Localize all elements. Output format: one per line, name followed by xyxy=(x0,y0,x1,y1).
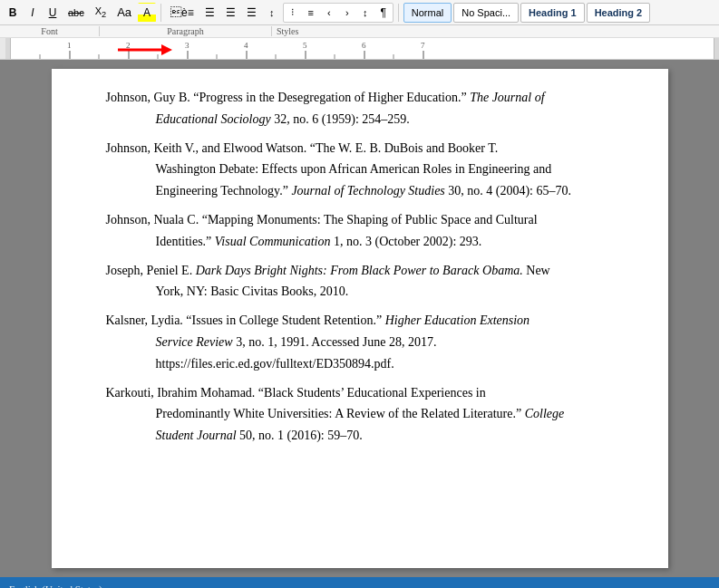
indent-increase-button[interactable]: › xyxy=(338,3,356,23)
svg-text:7: 7 xyxy=(421,41,425,50)
ref-6-cont-1: Predominantly White Universities: A Revi… xyxy=(106,403,614,425)
numbered-button[interactable]: ≡ xyxy=(302,3,320,23)
ref-2-journal: Journal of Technology Studies xyxy=(291,184,444,198)
reference-entry-6: Karkouti, Ibrahim Mohamad. “Black Studen… xyxy=(106,382,614,447)
heading1-style-button[interactable]: Heading 1 xyxy=(520,3,585,23)
ref-1-first-line: Johnson, Guy B. “Progress in the Desegre… xyxy=(106,91,545,104)
ref-6-cont-2: Student Journal 50, no. 1 (2016): 59–70. xyxy=(106,425,614,447)
red-arrow-indicator xyxy=(118,42,172,62)
justify-button[interactable]: ☰ xyxy=(242,3,261,23)
bold-button[interactable]: B xyxy=(4,3,22,23)
document-page: Johnson, Guy B. “Progress in the Desegre… xyxy=(52,69,668,568)
ref-5-cont-2: https://files.eric.ed.gov/fulltext/ED350… xyxy=(106,353,614,375)
ref-6-journal: College xyxy=(525,407,565,420)
ref-1-continuation: Educational Sociology 32, no. 6 (1959): … xyxy=(106,109,614,130)
status-bar: English (United States) xyxy=(0,577,719,588)
toolbar: B I U abc X2 Aa A è≡ ☰ ☰ ☰ ↕ ⁝ ≡ ‹ › ↕ … xyxy=(0,0,719,25)
ref-5-first-line: Kalsner, Lydia. “Issues in College Stude… xyxy=(106,313,530,327)
svg-text:3: 3 xyxy=(185,41,189,50)
align-left-button[interactable]: è≡ xyxy=(166,3,199,23)
separator-1 xyxy=(160,4,161,22)
subscript-button[interactable]: X2 xyxy=(91,3,111,23)
indent-decrease-button[interactable]: ‹ xyxy=(320,3,338,23)
font-size-button[interactable]: Aa xyxy=(112,3,136,23)
styles-section-label: Styles xyxy=(272,26,719,36)
sort-button[interactable]: ↕ xyxy=(356,3,374,23)
ruler: 1 2 3 4 5 6 7 xyxy=(11,38,714,59)
font-section-label: Font xyxy=(0,26,100,36)
ref-3-cont-1: Identities.” Visual Communication 1, no.… xyxy=(106,231,614,253)
ruler-container: 1 2 3 4 5 6 7 xyxy=(0,38,719,60)
reference-entry-3: Johnson, Nuala C. “Mapping Monuments: Th… xyxy=(106,209,614,253)
strikethrough-button[interactable]: abc xyxy=(63,3,89,23)
ref-4-title: Dark Days Bright Nights: From Black Powe… xyxy=(196,264,523,277)
heading2-style-button[interactable]: Heading 2 xyxy=(587,3,651,23)
ruler-right-margin xyxy=(714,38,719,59)
italic-button[interactable]: I xyxy=(24,3,42,23)
ref-4-cont-1: York, NY: Basic Civitas Books, 2010. xyxy=(106,281,614,303)
highlight-button[interactable]: A xyxy=(138,3,156,23)
show-para-button[interactable]: ¶ xyxy=(374,3,393,23)
paragraph-section-label: Paragraph xyxy=(100,26,272,36)
reference-entry-1: Johnson, Guy B. “Progress in the Desegre… xyxy=(106,87,614,130)
language-status: English (United States) xyxy=(9,583,102,588)
ref-2-first-line: Johnson, Keith V., and Elwood Watson. “T… xyxy=(106,141,499,155)
bullet-button[interactable]: ⁝ xyxy=(284,3,302,23)
ref-3-journal: Visual Communication xyxy=(215,235,331,248)
svg-text:5: 5 xyxy=(303,41,307,50)
reference-entry-4: Joseph, Peniel E. Dark Days Bright Night… xyxy=(106,260,614,304)
ref-4-first-line: Joseph, Peniel E. Dark Days Bright Night… xyxy=(106,264,550,277)
align-center-button[interactable]: ☰ xyxy=(200,3,219,23)
svg-text:6: 6 xyxy=(362,41,366,50)
ref-1-journal: The Journal of xyxy=(470,91,544,104)
separator-2 xyxy=(398,4,399,22)
ref-2-cont-1: Washington Debate: Effects upon African … xyxy=(106,159,614,180)
ref-6-first-line: Karkouti, Ibrahim Mohamad. “Black Studen… xyxy=(106,386,486,400)
align-right-button[interactable]: ☰ xyxy=(221,3,240,23)
ref-2-cont-2: Engineering Technology.” Journal of Tech… xyxy=(106,180,614,202)
svg-text:1: 1 xyxy=(67,41,72,50)
normal-style-button[interactable]: Normal xyxy=(403,3,452,23)
underline-button[interactable]: U xyxy=(44,3,62,23)
document-area[interactable]: Johnson, Guy B. “Progress in the Desegre… xyxy=(0,60,719,577)
no-spacing-style-button[interactable]: No Spaci... xyxy=(453,3,519,23)
svg-marker-1 xyxy=(161,44,172,55)
line-spacing-button[interactable]: ↕ xyxy=(263,3,281,23)
ref-3-first-line: Johnson, Nuala C. “Mapping Monuments: Th… xyxy=(106,213,538,227)
ref-5-journal: Higher Education Extension xyxy=(385,313,530,327)
reference-entry-5: Kalsner, Lydia. “Issues in College Stude… xyxy=(106,310,614,374)
svg-text:4: 4 xyxy=(244,41,248,50)
ref-5-cont-1: Service Review 3, no. 1, 1991. Accessed … xyxy=(106,332,614,353)
reference-entry-2: Johnson, Keith V., and Elwood Watson. “T… xyxy=(106,138,614,202)
